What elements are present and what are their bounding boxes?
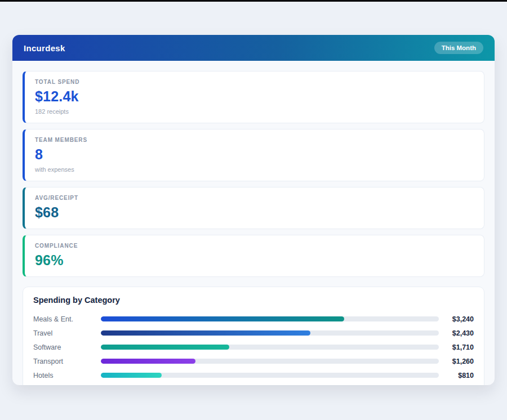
category-value: $3,240	[439, 315, 474, 323]
category-label: Transport	[33, 358, 101, 365]
stat-card: AVG/RECEIPT $68	[23, 187, 484, 229]
category-label: Travel	[33, 329, 101, 337]
bar-track	[101, 330, 439, 336]
stat-label: AVG/RECEIPT	[35, 195, 474, 201]
bar-fill	[101, 316, 344, 321]
stat-value: $12.4k	[35, 88, 474, 105]
app-title: Incurdesk	[24, 43, 65, 53]
chart-row: Hotels $810	[33, 368, 474, 382]
app-card: Incurdesk This Month TOTAL SPEND $12.4k …	[12, 35, 495, 385]
category-value: $1,710	[439, 343, 474, 351]
app-body: TOTAL SPEND $12.4k 182 receipts TEAM MEM…	[12, 61, 495, 385]
chart-row: Transport $1,260	[33, 354, 474, 368]
stat-label: TOTAL SPEND	[35, 79, 474, 85]
stat-subtext: 182 receipts	[35, 108, 474, 115]
chart-row: Software $1,710	[33, 340, 474, 354]
screen-top-edge	[0, 0, 507, 2]
stat-value: 8	[35, 146, 474, 163]
stat-card: TEAM MEMBERS 8 with expenses	[23, 129, 484, 181]
category-value: $1,260	[439, 358, 474, 365]
stat-card: COMPLIANCE 96%	[23, 235, 484, 277]
chart-title: Spending by Category	[33, 296, 474, 305]
stat-card: TOTAL SPEND $12.4k 182 receipts	[23, 71, 484, 123]
bar-track	[101, 345, 439, 350]
category-value: $2,430	[439, 329, 474, 337]
category-value: $810	[439, 372, 474, 379]
app-header: Incurdesk This Month	[12, 35, 495, 61]
chart-row: Travel $2,430	[33, 326, 474, 340]
spending-card: Spending by Category Meals & Ent. $3,240…	[23, 287, 484, 385]
stats-section: TOTAL SPEND $12.4k 182 receipts TEAM MEM…	[23, 71, 484, 277]
stat-value: $68	[35, 204, 474, 221]
period-badge[interactable]: This Month	[434, 42, 483, 54]
category-label: Hotels	[33, 372, 101, 379]
bar-fill	[101, 373, 162, 378]
chart-row: Meals & Ent. $3,240	[33, 312, 474, 326]
stat-value: 96%	[35, 252, 474, 269]
bar-fill	[101, 345, 229, 350]
chart-rows: Meals & Ent. $3,240 Travel $2,430 Softwa…	[33, 312, 474, 382]
stat-subtext: with expenses	[35, 166, 474, 173]
bar-track	[101, 316, 439, 321]
category-label: Meals & Ent.	[33, 315, 101, 323]
stat-label: COMPLIANCE	[35, 243, 474, 249]
bar-track	[101, 373, 439, 378]
bar-fill	[101, 330, 310, 336]
bar-fill	[101, 359, 195, 364]
bar-track	[101, 359, 439, 364]
stat-label: TEAM MEMBERS	[35, 137, 474, 143]
category-label: Software	[33, 343, 101, 351]
